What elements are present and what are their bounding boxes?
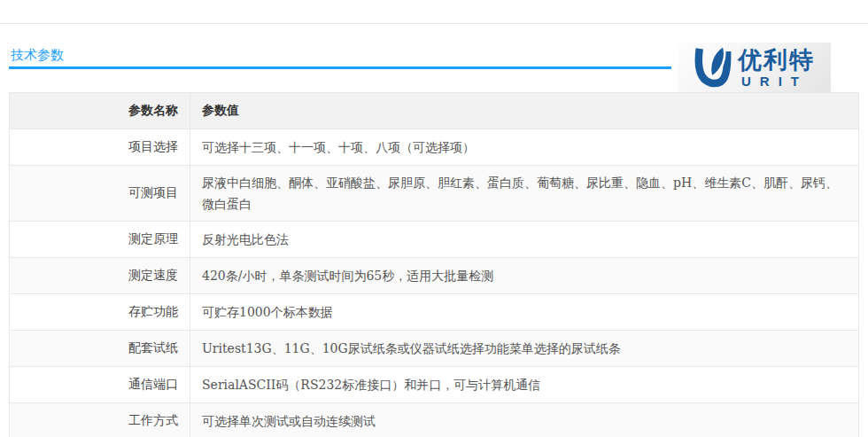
param-name-cell: 工作方式 [10, 403, 190, 437]
param-name-cell: 测定原理 [10, 222, 190, 258]
urit-logo: 优利特 URIT [678, 43, 831, 93]
section-title: 技术参数 [9, 47, 671, 63]
param-value-cell: Uritest13G、11G、10G尿试纸条或仪器试纸选择功能菜单选择的尿试纸条 [190, 331, 859, 367]
param-name-cell: 通信端口 [10, 367, 190, 403]
param-name-cell: 测定速度 [10, 258, 190, 294]
specs-table: 参数名称 参数值 项目选择 可选择十三项、十一项、十项、八项（可选择项） 可测项… [9, 92, 859, 437]
table-row: 测定速度 420条/小时，单条测试时间为65秒，适用大批量检测 [10, 258, 859, 294]
param-value-cell: 可贮存1000个标本数据 [190, 294, 859, 331]
top-divider [0, 23, 868, 24]
table-row: 可测项目 尿液中白细胞、酮体、亚硝酸盐、尿胆原、胆红素、蛋白质、葡萄糖、尿比重、… [10, 166, 859, 222]
column-header-param-value: 参数值 [190, 93, 859, 129]
param-value-cell: 可选择单次测试或自动连续测试 [190, 403, 859, 437]
param-name-cell: 项目选择 [10, 129, 190, 166]
param-value-cell: 420条/小时，单条测试时间为65秒，适用大批量检测 [190, 258, 859, 294]
urit-logo-mark-icon [694, 45, 732, 93]
param-name-cell: 配套试纸 [10, 331, 190, 367]
param-value-cell: 可选择十三项、十一项、十项、八项（可选择项） [190, 129, 859, 166]
param-value-cell: 尿液中白细胞、酮体、亚硝酸盐、尿胆原、胆红素、蛋白质、葡萄糖、尿比重、隐血、pH… [190, 166, 859, 222]
param-value-cell: 反射光电比色法 [190, 222, 859, 258]
specs-table-wrapper: 参数名称 参数值 项目选择 可选择十三项、十一项、十项、八项（可选择项） 可测项… [9, 92, 859, 437]
header-row: 参数名称 参数值 [10, 93, 859, 129]
table-row: 通信端口 SerialASCII码（RS232标准接口）和并口，可与计算机通信 [10, 367, 859, 403]
param-value-cell: SerialASCII码（RS232标准接口）和并口，可与计算机通信 [190, 367, 859, 403]
brand-name-en: URIT [738, 74, 815, 88]
brand-name-cn: 优利特 [738, 49, 815, 73]
title-underline [9, 66, 671, 69]
urit-logo-text: 优利特 URIT [738, 49, 815, 88]
column-header-param-name: 参数名称 [10, 93, 190, 129]
section-header: 技术参数 [9, 47, 671, 69]
param-name-cell: 存贮功能 [10, 294, 190, 331]
table-row: 配套试纸 Uritest13G、11G、10G尿试纸条或仪器试纸选择功能菜单选择… [10, 331, 859, 367]
table-row: 测定原理 反射光电比色法 [10, 222, 859, 258]
table-row: 工作方式 可选择单次测试或自动连续测试 [10, 403, 859, 437]
param-name-cell: 可测项目 [10, 166, 190, 222]
table-row: 项目选择 可选择十三项、十一项、十项、八项（可选择项） [10, 129, 859, 166]
table-row: 存贮功能 可贮存1000个标本数据 [10, 294, 859, 331]
